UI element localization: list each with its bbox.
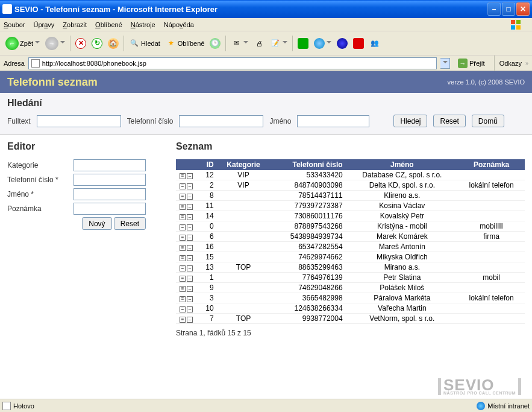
table-row[interactable]: ≡–1574629974662Mikyska Oldřich [176, 252, 525, 262]
delete-row-icon[interactable]: – [187, 296, 193, 302]
edit-row-icon[interactable]: ≡ [180, 286, 186, 292]
table-row[interactable]: ≡–65438984939734Marek Komárekfirma [176, 232, 525, 242]
delete-row-icon[interactable]: – [187, 245, 193, 251]
ext1-button[interactable] [296, 34, 310, 52]
edit-row-icon[interactable]: ≡ [180, 224, 186, 230]
cell-name: Kovalský Petr [346, 211, 458, 221]
delete-row-icon[interactable]: – [187, 214, 193, 220]
editor-category-input[interactable] [74, 159, 146, 171]
delete-row-icon[interactable]: – [187, 204, 193, 210]
menu-file[interactable]: Soubor [4, 21, 25, 28]
delete-row-icon[interactable]: – [187, 255, 193, 261]
address-input[interactable] [42, 60, 434, 67]
table-row[interactable]: ≡–17764976139Petr Slatinamobil [176, 273, 525, 283]
edit-row-icon[interactable]: ≡ [180, 276, 186, 282]
col-id[interactable]: ID [198, 159, 217, 170]
table-row[interactable]: ≡–13TOP88635299463Mirano a.s. [176, 262, 525, 273]
minimize-button[interactable]: – [487, 2, 501, 16]
links-label[interactable]: Odkazy [499, 60, 522, 67]
delete-row-icon[interactable]: – [187, 317, 193, 323]
table-row[interactable]: ≡–10124638266334Vařecha Martin [176, 303, 525, 314]
table-row[interactable]: ≡–2VIP848740903098Delta KD, spol. s r.o.… [176, 180, 525, 191]
stop-button[interactable]: ✕ [74, 34, 88, 52]
phone-input[interactable] [179, 115, 263, 127]
phone-label: Telefonní číslo [127, 117, 174, 125]
table-row[interactable]: ≡–33665482998Páralová Markétalokální tel… [176, 293, 525, 303]
delete-row-icon[interactable]: – [187, 194, 193, 200]
menu-edit[interactable]: Úpravy [33, 21, 54, 28]
edit-row-icon[interactable]: ≡ [180, 235, 186, 241]
editor-name-input[interactable] [74, 188, 146, 200]
table-row[interactable]: ≡–1665347282554Mareš Antonín [176, 242, 525, 252]
editor-phone-label: Telefonní číslo * [7, 176, 74, 184]
edit-row-icon[interactable]: ≡ [180, 245, 186, 251]
links-chevron-icon[interactable]: » [525, 60, 528, 66]
favorites-button[interactable]: ★ Oblíbené [164, 34, 207, 52]
cell-category [217, 201, 270, 211]
menu-tools[interactable]: Nástroje [131, 21, 155, 28]
delete-row-icon[interactable]: – [187, 276, 193, 282]
cell-id: 14 [198, 211, 217, 221]
table-row[interactable]: ≡–0878897543268Kristýna - mobilmobilIII [176, 221, 525, 232]
cell-category: VIP [217, 180, 270, 191]
edit-row-icon[interactable]: ≡ [180, 265, 186, 271]
mail-button[interactable]: ✉ [229, 34, 250, 52]
editor-reset-button[interactable]: Reset [114, 217, 146, 230]
delete-row-icon[interactable]: – [187, 224, 193, 230]
ext2-button[interactable] [312, 34, 333, 52]
edit-row-icon[interactable]: ≡ [180, 255, 186, 261]
forward-button[interactable]: → [43, 34, 67, 52]
edit-row-icon[interactable]: ≡ [180, 306, 186, 312]
delete-row-icon[interactable]: – [187, 286, 193, 292]
edit-row-icon[interactable]: ≡ [180, 204, 186, 210]
search-button-submit[interactable]: Hledej [393, 115, 427, 127]
edit-row-icon[interactable]: ≡ [180, 173, 186, 179]
table-row[interactable]: ≡–12VIP533433420Database CZ, spol. s r.o… [176, 170, 525, 180]
edit-row-icon[interactable]: ≡ [180, 296, 186, 302]
delete-row-icon[interactable]: – [187, 235, 193, 241]
table-row[interactable]: ≡–11779397273387Kosina Václav [176, 201, 525, 211]
col-phone[interactable]: Telefonní číslo [269, 159, 346, 170]
edit-row-icon[interactable]: ≡ [180, 214, 186, 220]
history-button[interactable]: 🕒 [208, 34, 222, 52]
editor-note-input[interactable] [74, 203, 146, 215]
name-input[interactable] [297, 115, 369, 127]
delete-row-icon[interactable]: – [187, 183, 193, 189]
col-note[interactable]: Poznámka [458, 159, 525, 170]
search-button[interactable]: 🔍 Hledat [127, 34, 162, 52]
ext4-button[interactable] [351, 34, 366, 52]
table-row[interactable]: ≡–14730860011176Kovalský Petr [176, 211, 525, 221]
new-button[interactable]: Nový [82, 217, 111, 230]
delete-row-icon[interactable]: – [187, 306, 193, 312]
menu-favorites[interactable]: Oblíbené [95, 21, 122, 28]
print-button[interactable]: 🖨 [252, 34, 266, 52]
messenger-button[interactable]: 👥 [368, 34, 382, 52]
edit-row-icon[interactable]: ≡ [180, 194, 186, 200]
ext3-button[interactable] [335, 34, 349, 52]
cell-phone: 5438984939734 [269, 232, 346, 242]
menu-view[interactable]: Zobrazit [63, 21, 87, 28]
close-button[interactable]: ✕ [516, 2, 530, 16]
address-dropdown[interactable] [440, 58, 450, 69]
reset-button[interactable]: Reset [433, 115, 465, 127]
edit-button[interactable]: 📝 [268, 34, 289, 52]
col-name[interactable]: Jméno [346, 159, 458, 170]
home-button-app[interactable]: Domů [472, 115, 504, 127]
cell-category [217, 242, 270, 252]
edit-row-icon[interactable]: ≡ [180, 317, 186, 323]
maximize-button[interactable]: □ [502, 2, 515, 16]
editor-phone-input[interactable] [74, 174, 146, 186]
table-row[interactable]: ≡–878514437111Klireno a.s. [176, 191, 525, 201]
go-button[interactable]: → Přejít [454, 57, 489, 69]
delete-row-icon[interactable]: – [187, 265, 193, 271]
table-row[interactable]: ≡–974629048266Polášek Miloš [176, 283, 525, 293]
refresh-button[interactable]: ↻ [90, 34, 104, 52]
back-button[interactable]: ← Zpět [4, 34, 42, 52]
fulltext-input[interactable] [37, 115, 121, 127]
table-row[interactable]: ≡–7TOP9938772004VetNorm, spol. s r.o. [176, 314, 525, 324]
home-button[interactable]: 🏠 [106, 34, 120, 52]
delete-row-icon[interactable]: – [187, 173, 193, 179]
col-category[interactable]: Kategorie [217, 159, 270, 170]
menu-help[interactable]: Nápověda [164, 21, 194, 28]
edit-row-icon[interactable]: ≡ [180, 183, 186, 189]
